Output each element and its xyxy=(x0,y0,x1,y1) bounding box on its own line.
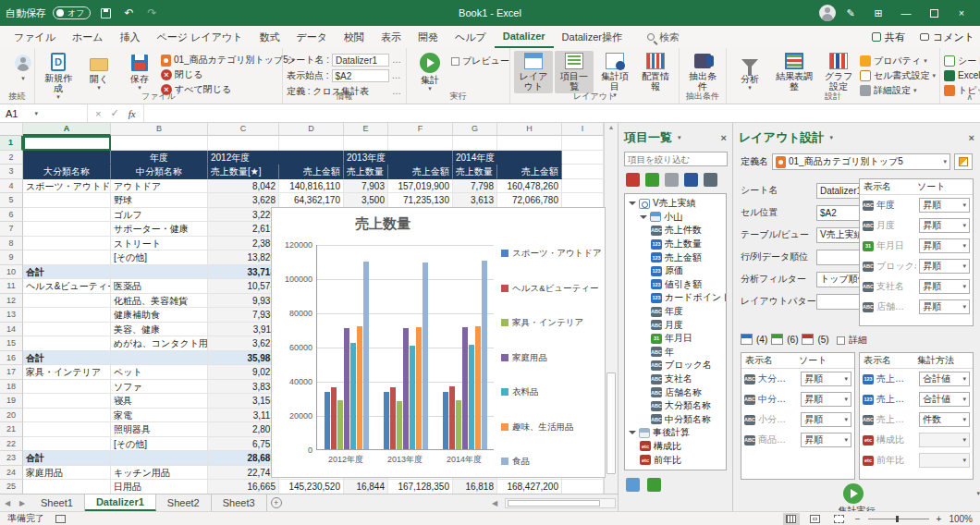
sort-select[interactable]: ▾ xyxy=(919,433,970,447)
comments-button[interactable]: コメント xyxy=(920,31,974,44)
cell[interactable] xyxy=(111,451,208,466)
aggregate-button[interactable]: 集計▾ xyxy=(410,51,449,93)
analyze-button[interactable]: 分析▾ xyxy=(730,51,769,93)
tree-item-年度[interactable]: ABC年度 xyxy=(625,305,726,319)
item-filter-input[interactable] xyxy=(624,152,728,166)
table-transfer-icon[interactable] xyxy=(647,478,661,492)
restore-button[interactable] xyxy=(921,2,947,24)
insert-function-icon[interactable]: fx xyxy=(129,108,136,119)
column-header-C[interactable]: C xyxy=(208,123,279,136)
cell[interactable] xyxy=(497,136,562,151)
undo-icon[interactable]: ↶ xyxy=(120,5,137,21)
cell[interactable] xyxy=(23,193,111,208)
cell[interactable]: 3,628 xyxy=(208,193,279,208)
row-header-11[interactable]: 11 xyxy=(0,279,23,294)
redo-icon[interactable]: ↷ xyxy=(143,5,160,21)
cell[interactable]: 3,834 xyxy=(208,380,279,395)
item-panel-close-icon[interactable]: × xyxy=(721,132,727,143)
cell[interactable]: 33,718 xyxy=(208,265,279,280)
cell[interactable]: ソファ xyxy=(111,380,208,395)
select-all-corner[interactable] xyxy=(0,123,23,136)
cell[interactable] xyxy=(562,179,604,194)
col-title-a[interactable]: 大分類名称 xyxy=(23,165,111,179)
row-header-6[interactable]: 6 xyxy=(0,208,23,223)
enter-icon[interactable]: ✓ xyxy=(110,107,118,119)
tree-item-値引き額[interactable]: 123値引き額 xyxy=(625,278,726,292)
normal-view-icon[interactable] xyxy=(783,513,800,525)
cell[interactable] xyxy=(279,136,344,151)
cell[interactable]: 9,025 xyxy=(208,365,279,380)
col-title-f[interactable]: 売上金額 xyxy=(388,165,453,179)
search-box[interactable]: 検索 xyxy=(647,31,680,44)
cell[interactable]: [その他] xyxy=(111,437,208,452)
cell[interactable]: 3,623 xyxy=(208,336,279,351)
cell[interactable]: 16,818 xyxy=(453,480,497,494)
sheet-tab-Datalizer1[interactable]: Datalizer1 xyxy=(85,494,156,511)
tree-item-原価[interactable]: 123原価 xyxy=(625,264,726,278)
cell[interactable]: 6,751 xyxy=(208,437,279,452)
cell[interactable] xyxy=(23,250,111,265)
cell[interactable]: キッチン用品 xyxy=(111,466,208,481)
vertical-scroll-thumb[interactable] xyxy=(606,372,616,474)
ribbon-tab-表示[interactable]: 表示 xyxy=(373,27,410,48)
zoom-out-button[interactable]: − xyxy=(855,514,861,524)
column-header-B[interactable]: B xyxy=(111,123,208,136)
cell[interactable]: ペット xyxy=(111,365,208,380)
sheet-clear-button[interactable]: シートクリア xyxy=(944,55,980,67)
tree-item-カードポイント[interactable]: 123カードポイント xyxy=(625,291,726,305)
cell[interactable] xyxy=(23,208,111,223)
row-header-10[interactable]: 10 xyxy=(0,265,23,280)
sort-select[interactable]: 昇順▾ xyxy=(919,198,970,213)
cell[interactable] xyxy=(562,193,604,208)
cell[interactable] xyxy=(344,136,388,151)
new-button[interactable]: D新規作成▾ xyxy=(39,51,78,93)
tree-item-大分類名称[interactable]: ABC大分類名称 xyxy=(625,399,726,413)
band-year-label[interactable]: 年度 xyxy=(111,151,208,165)
sheet-tab-Sheet3[interactable]: Sheet3 xyxy=(212,494,267,511)
ribbon-tab-数式[interactable]: 数式 xyxy=(251,27,288,48)
cell[interactable] xyxy=(23,222,111,237)
cell[interactable] xyxy=(453,136,497,151)
cell[interactable] xyxy=(23,480,111,494)
sort-select[interactable]: 件数▾ xyxy=(919,412,970,427)
sort-select[interactable]: 昇順▾ xyxy=(919,259,970,274)
properties-button[interactable]: プロパティ▾ xyxy=(860,55,936,67)
sort-select[interactable]: 昇順▾ xyxy=(801,412,851,427)
relation-icon[interactable] xyxy=(626,173,640,187)
cancel-icon[interactable]: × xyxy=(95,108,101,119)
zoom-in-button[interactable]: + xyxy=(937,514,942,524)
layout-panel-menu-icon[interactable]: ▾ xyxy=(830,134,834,141)
sheet-tab-Sheet1[interactable]: Sheet1 xyxy=(30,494,85,511)
cell[interactable]: 28,685 xyxy=(208,451,279,466)
cell[interactable] xyxy=(23,437,111,452)
col-title-g[interactable]: 売上数量 xyxy=(453,165,497,179)
detail-checkbox[interactable]: 詳細 xyxy=(837,334,867,347)
add-sheet-button[interactable]: + xyxy=(267,494,286,511)
active-cell-A1[interactable] xyxy=(23,136,111,151)
cell[interactable]: アウトドア xyxy=(111,179,208,194)
cell[interactable]: 3,613 xyxy=(453,193,497,208)
cell[interactable] xyxy=(208,136,279,151)
minimize-button[interactable]: — xyxy=(893,2,919,24)
definition-name-combo[interactable]: 01_商品カテゴリ別トップ5▾ xyxy=(772,153,950,170)
column-header-E[interactable]: E xyxy=(344,123,388,136)
agg-item-button[interactable]: 集計項目▾ xyxy=(595,51,634,93)
cell[interactable] xyxy=(23,237,111,251)
ribbon-tab-ページ レイアウト[interactable]: ページ レイアウト xyxy=(149,27,251,48)
cell[interactable]: 167,128,350 xyxy=(388,480,453,494)
cell[interactable]: ゴルフ xyxy=(111,208,208,223)
collapse-ribbon-button[interactable]: ∧ xyxy=(966,92,973,102)
monitor-icon[interactable] xyxy=(704,173,717,187)
cell[interactable]: 化粧品、美容雑貨 xyxy=(111,294,208,309)
layout-panel-close-icon[interactable]: × xyxy=(969,132,974,143)
cell[interactable]: 健康補助食 xyxy=(111,308,208,323)
ribbon-display-options-icon[interactable]: ⊞ xyxy=(865,2,891,24)
row-header-22[interactable]: 22 xyxy=(0,437,23,452)
cell[interactable] xyxy=(23,294,111,309)
cell[interactable] xyxy=(23,151,111,165)
cell[interactable]: 2,807 xyxy=(208,422,279,437)
ribbon-tab-Datalizer操作[interactable]: Datalizer操作 xyxy=(554,27,631,48)
column-header-H[interactable]: H xyxy=(497,123,562,136)
row-header-18[interactable]: 18 xyxy=(0,380,23,395)
col-title-e[interactable]: 売上数量 xyxy=(344,165,388,179)
